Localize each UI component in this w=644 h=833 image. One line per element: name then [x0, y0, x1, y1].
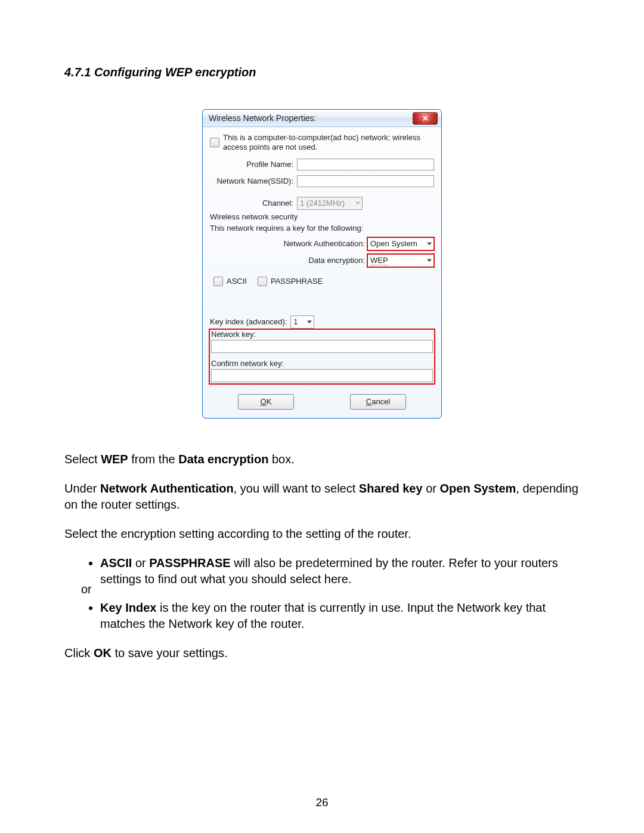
close-icon: ✕: [422, 114, 429, 123]
ascii-label: ASCII: [227, 277, 247, 286]
list-item: Key Index is the key on the router that …: [100, 600, 580, 632]
titlebar: Wireless Network Properties: ✕: [203, 110, 441, 127]
cancel-button[interactable]: Cancel: [350, 394, 406, 410]
chevron-down-icon: [355, 202, 360, 205]
text: Select the encryption setting according …: [64, 526, 580, 542]
profile-name-input[interactable]: [297, 159, 434, 171]
ssid-input[interactable]: [297, 175, 434, 187]
auth-label: Network Authentication:: [283, 239, 367, 248]
channel-label: Channel:: [210, 199, 297, 208]
confirm-key-label: Confirm network key:: [211, 359, 433, 368]
security-sub: This network requires a key for the foll…: [210, 224, 434, 233]
network-key-label: Network key:: [211, 330, 433, 339]
text-bold: Shared key: [359, 482, 423, 495]
channel-select: 1 (2412MHz): [297, 197, 363, 210]
text-bold: ASCII: [100, 556, 132, 569]
auth-select[interactable]: Open System: [367, 237, 434, 250]
adhoc-label: This is a computer-to-computer(ad hoc) n…: [223, 133, 434, 153]
passphrase-checkbox[interactable]: [258, 277, 267, 286]
text-bold: Network Authentication: [100, 482, 234, 495]
text: Click: [64, 646, 94, 659]
instruction-text: Select WEP from the Data encryption box.…: [64, 451, 580, 661]
ssid-label: Network Name(SSID):: [210, 176, 297, 185]
profile-name-label: Profile Name:: [210, 160, 297, 169]
text: or: [132, 556, 149, 569]
text-bold: WEP: [101, 453, 128, 466]
channel-value: 1 (2412MHz): [300, 199, 345, 208]
security-heading: Wireless network security: [210, 212, 434, 221]
enc-label: Data encryption:: [308, 256, 367, 265]
text: from the: [128, 453, 178, 466]
confirm-key-input[interactable]: [211, 369, 433, 382]
network-key-input[interactable]: [211, 340, 433, 353]
text: Select: [64, 453, 101, 466]
cancel-button-rest: ancel: [371, 397, 390, 406]
ascii-passphrase-row: ASCII PASSPHRASE: [210, 273, 434, 300]
network-key-block: Network key: Confirm network key:: [210, 330, 434, 383]
chevron-down-icon: [427, 259, 432, 262]
text: box.: [268, 453, 294, 466]
text-bold: OK: [94, 646, 112, 659]
passphrase-label: PASSPHRASE: [271, 277, 323, 286]
section-heading: 4.7.1 Configuring WEP encryption: [64, 66, 580, 79]
text-bold: Key Index: [100, 601, 156, 614]
text-bold: Data encryption: [178, 453, 268, 466]
close-button[interactable]: ✕: [413, 112, 438, 125]
text-bold: PASSPHRASE: [149, 556, 230, 569]
chevron-down-icon: [307, 320, 312, 323]
text: Under: [64, 482, 100, 495]
keyindex-select[interactable]: 1: [290, 315, 314, 329]
cancel-button-c: C: [366, 397, 371, 406]
chevron-down-icon: [427, 242, 432, 245]
text: , you will want to select: [234, 482, 359, 495]
text: to save your settings.: [112, 646, 228, 659]
page-number: 26: [0, 796, 644, 809]
ok-button-o: O: [261, 397, 267, 406]
ok-button[interactable]: OK: [238, 394, 294, 410]
text-bold: Open System: [439, 482, 516, 495]
keyindex-label: Key index (advanced):: [210, 317, 287, 326]
adhoc-row: This is a computer-to-computer(ad hoc) n…: [210, 133, 434, 153]
auth-value: Open System: [370, 239, 417, 248]
enc-select[interactable]: WEP: [367, 254, 434, 267]
text: is the key on the router that is current…: [100, 601, 546, 630]
enc-value: WEP: [370, 256, 388, 265]
ascii-checkbox[interactable]: [213, 277, 223, 286]
text: or: [423, 482, 440, 495]
keyindex-value: 1: [293, 317, 298, 326]
dialog-screenshot: Wireless Network Properties: ✕ This is a…: [64, 109, 580, 419]
wireless-properties-dialog: Wireless Network Properties: ✕ This is a…: [202, 109, 442, 419]
adhoc-checkbox[interactable]: [210, 138, 219, 147]
dialog-title: Wireless Network Properties:: [209, 113, 317, 123]
ok-button-k: K: [267, 397, 272, 406]
